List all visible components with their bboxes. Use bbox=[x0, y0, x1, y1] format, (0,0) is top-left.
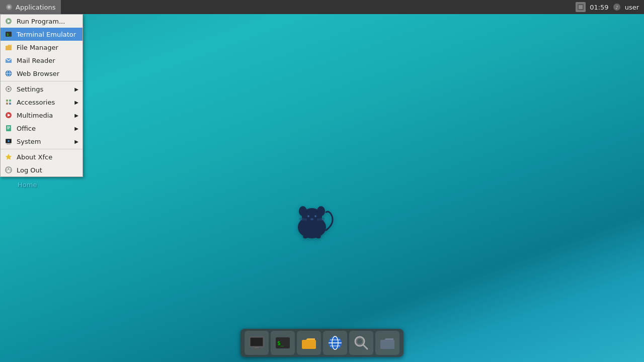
svg-rect-53 bbox=[253, 348, 261, 349]
panel-time: 01:59 bbox=[590, 4, 608, 11]
volume-icon: ♪ bbox=[613, 3, 621, 11]
settings-label: Settings bbox=[17, 85, 70, 93]
svg-rect-52 bbox=[251, 338, 263, 346]
svg-point-5 bbox=[314, 215, 316, 217]
system-arrow: ▶ bbox=[74, 139, 78, 144]
menu-item-about-xfce[interactable]: About Xfce bbox=[1, 150, 83, 163]
multimedia-arrow: ▶ bbox=[74, 113, 78, 118]
svg-marker-48 bbox=[6, 154, 12, 160]
taskbar-terminal[interactable]: $_ bbox=[271, 331, 295, 355]
svg-point-64 bbox=[357, 338, 363, 344]
xfce-mouse-logo bbox=[282, 196, 342, 246]
top-panel: Applications 01:59 ♪ user bbox=[0, 0, 644, 14]
xfce-panel-icon bbox=[5, 3, 13, 11]
taskbar-search[interactable] bbox=[349, 331, 373, 355]
username-label: user bbox=[625, 4, 639, 11]
home-desktop-icon-label[interactable]: Home bbox=[18, 181, 37, 189]
svg-point-29 bbox=[8, 88, 10, 90]
office-label: Office bbox=[17, 125, 70, 132]
menu-item-multimedia[interactable]: Multimedia ▶ bbox=[1, 109, 83, 122]
svg-point-6 bbox=[310, 218, 313, 220]
svg-point-47 bbox=[8, 140, 10, 142]
svg-point-14 bbox=[8, 6, 11, 9]
run-program-icon bbox=[5, 17, 13, 25]
svg-rect-54 bbox=[255, 347, 259, 348]
menu-item-run-program[interactable]: Run Program... bbox=[1, 15, 83, 28]
system-label: System bbox=[17, 138, 70, 145]
log-out-icon bbox=[5, 166, 13, 174]
network-icon bbox=[576, 2, 586, 12]
accessories-icon bbox=[5, 98, 13, 106]
file-manager-icon bbox=[5, 43, 13, 51]
menu-item-web-browser[interactable]: Web Browser bbox=[1, 67, 83, 80]
menu-separator-1 bbox=[1, 81, 83, 81]
svg-rect-66 bbox=[380, 340, 394, 349]
svg-rect-16 bbox=[579, 5, 583, 9]
svg-rect-23 bbox=[6, 46, 12, 50]
svg-rect-30 bbox=[8, 86, 9, 87]
file-manager-label: File Manager bbox=[17, 44, 78, 51]
panel-right-area: 01:59 ♪ user bbox=[576, 2, 644, 12]
svg-text:$_: $_ bbox=[277, 340, 284, 346]
settings-icon bbox=[5, 85, 13, 93]
menu-item-accessories[interactable]: Accessories ▶ bbox=[1, 96, 83, 109]
accessories-arrow: ▶ bbox=[74, 100, 78, 105]
menu-item-log-out[interactable]: Log Out bbox=[1, 163, 83, 176]
menu-separator-2 bbox=[1, 149, 83, 149]
mail-reader-label: Mail Reader bbox=[17, 57, 78, 64]
menu-item-file-manager[interactable]: File Manager bbox=[1, 41, 83, 54]
svg-rect-32 bbox=[6, 88, 7, 89]
office-icon bbox=[5, 124, 13, 132]
office-arrow: ▶ bbox=[74, 126, 78, 131]
applications-menu: Run Program... $_ Terminal Emulator File… bbox=[0, 14, 83, 177]
taskbar-folder[interactable] bbox=[375, 331, 399, 355]
svg-rect-34 bbox=[6, 100, 8, 102]
menu-item-office[interactable]: Office ▶ bbox=[1, 122, 83, 135]
taskbar-show-desktop[interactable] bbox=[245, 331, 269, 355]
web-browser-icon bbox=[5, 69, 13, 77]
svg-point-4 bbox=[307, 215, 309, 217]
svg-rect-37 bbox=[9, 103, 11, 105]
mail-reader-icon bbox=[5, 56, 13, 64]
about-xfce-label: About Xfce bbox=[17, 153, 78, 161]
menu-item-mail-reader[interactable]: Mail Reader bbox=[1, 54, 83, 67]
svg-rect-35 bbox=[9, 100, 11, 102]
accessories-label: Accessories bbox=[17, 99, 70, 106]
settings-arrow: ▶ bbox=[74, 86, 78, 92]
svg-rect-33 bbox=[11, 88, 12, 89]
web-browser-label: Web Browser bbox=[17, 70, 78, 77]
menu-item-system[interactable]: System ▶ bbox=[1, 135, 83, 148]
taskbar: $_ bbox=[240, 329, 404, 357]
svg-line-65 bbox=[363, 345, 367, 349]
multimedia-icon bbox=[5, 111, 13, 119]
multimedia-label: Multimedia bbox=[17, 112, 70, 119]
svg-rect-31 bbox=[8, 91, 9, 92]
svg-text:♪: ♪ bbox=[615, 5, 618, 10]
taskbar-files[interactable] bbox=[297, 331, 321, 355]
menu-item-settings[interactable]: Settings ▶ bbox=[1, 82, 83, 96]
svg-point-2 bbox=[299, 206, 307, 216]
about-xfce-icon bbox=[5, 153, 13, 161]
svg-rect-57 bbox=[302, 340, 316, 349]
svg-text:$_: $_ bbox=[7, 33, 11, 37]
desktop: Home Applications 01:59 ♪ bbox=[0, 0, 644, 362]
terminal-emulator-label: Terminal Emulator bbox=[17, 31, 78, 38]
svg-rect-40 bbox=[6, 125, 11, 131]
svg-rect-36 bbox=[6, 103, 8, 105]
applications-label: Applications bbox=[16, 4, 55, 11]
svg-point-3 bbox=[317, 206, 325, 216]
terminal-emulator-icon: $_ bbox=[5, 30, 13, 38]
menu-item-terminal-emulator[interactable]: $_ Terminal Emulator bbox=[1, 28, 83, 41]
run-program-label: Run Program... bbox=[17, 18, 78, 25]
applications-menu-button[interactable]: Applications bbox=[0, 0, 61, 14]
svg-rect-45 bbox=[7, 144, 11, 144]
taskbar-browser[interactable] bbox=[323, 331, 347, 355]
log-out-label: Log Out bbox=[17, 166, 78, 174]
system-icon bbox=[5, 137, 13, 145]
